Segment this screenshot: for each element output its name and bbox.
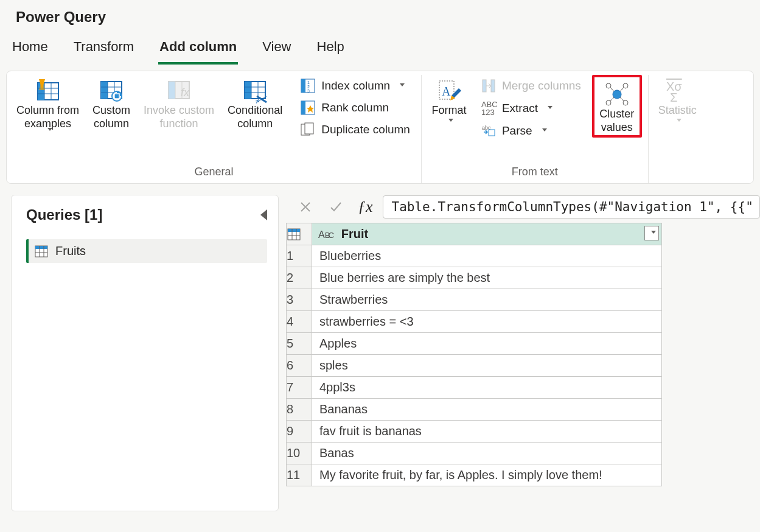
svg-rect-63	[288, 229, 300, 232]
row-number[interactable]: 6	[287, 355, 312, 377]
cell[interactable]: Blueberries	[312, 245, 662, 267]
column-from-examples-icon	[35, 77, 61, 104]
table-row[interactable]: 5Apples	[287, 333, 662, 355]
svg-text:fx: fx	[181, 86, 190, 99]
row-number[interactable]: 2	[287, 267, 312, 289]
row-number[interactable]: 4	[287, 311, 312, 333]
chevron-down-icon	[47, 128, 52, 131]
chevron-down-icon	[548, 106, 553, 109]
cell[interactable]: sples	[312, 355, 662, 377]
custom-column-button[interactable]: Custom column	[89, 75, 134, 130]
cell[interactable]: My favorite fruit, by far, is Apples. I …	[312, 464, 662, 486]
label: Custom column	[92, 104, 130, 130]
duplicate-column-button[interactable]: Duplicate column	[296, 119, 415, 141]
extract-button[interactable]: ABC123 Extract	[476, 97, 586, 120]
svg-rect-36	[301, 101, 305, 114]
table-row[interactable]: 8Bananas	[287, 399, 662, 421]
cluster-values-highlight: Cluster values	[592, 75, 642, 138]
tab-transform[interactable]: Transform	[72, 33, 135, 65]
row-number[interactable]: 3	[287, 289, 312, 311]
svg-point-51	[606, 83, 611, 88]
column-filter-button[interactable]	[644, 226, 659, 240]
index-column-icon: 1 2 3	[301, 79, 315, 93]
svg-text:1: 1	[307, 80, 310, 85]
query-item-label: Fruits	[55, 244, 86, 258]
label: Invoke custom function	[144, 104, 214, 130]
cell[interactable]: Apples	[312, 333, 662, 355]
app-title: Power Query	[0, 0, 760, 33]
queries-pane: Queries [1] Fruits	[11, 195, 279, 511]
table-row[interactable]: 3Strawberries	[287, 289, 662, 311]
invoke-custom-function-icon: fx	[166, 77, 192, 104]
data-table: ABC Fruit 1Blueberries2Blue berries are …	[286, 223, 662, 486]
column-header-label: Fruit	[341, 227, 368, 240]
parse-button[interactable]: abc Parse	[476, 120, 586, 142]
cell[interactable]: Bananas	[312, 399, 662, 421]
row-number[interactable]: 11	[287, 464, 312, 486]
cell[interactable]: fav fruit is bananas	[312, 421, 662, 443]
svg-text:Σ: Σ	[670, 91, 677, 104]
svg-rect-17	[169, 82, 175, 99]
format-button[interactable]: A Format	[428, 75, 470, 123]
chevron-down-icon	[542, 128, 547, 131]
table-row[interactable]: 74ppl3s	[287, 377, 662, 399]
chevron-down-icon	[448, 119, 453, 122]
format-icon: A	[436, 77, 462, 104]
table-corner-button[interactable]	[287, 223, 312, 245]
collapse-pane-button[interactable]	[260, 209, 267, 220]
merge-columns-icon	[481, 79, 496, 93]
table-row[interactable]: 2Blue berries are simply the best	[287, 267, 662, 289]
row-number[interactable]: 1	[287, 245, 312, 267]
tab-help[interactable]: Help	[316, 33, 346, 65]
rank-column-icon	[301, 100, 315, 115]
cancel-formula-button[interactable]	[293, 195, 318, 219]
label: Parse	[502, 124, 532, 138]
row-number[interactable]: 10	[287, 443, 312, 464]
label: Duplicate column	[321, 123, 410, 136]
svg-rect-43	[491, 80, 495, 92]
table-row[interactable]: 9fav fruit is bananas	[287, 421, 662, 443]
svg-rect-58	[35, 246, 47, 249]
row-number[interactable]: 5	[287, 333, 312, 355]
column-header-fruit[interactable]: ABC Fruit	[312, 223, 662, 245]
rank-column-button[interactable]: Rank column	[296, 97, 415, 119]
table-row[interactable]: 10Banas	[287, 443, 662, 464]
tab-view[interactable]: View	[261, 33, 292, 65]
label: Conditional column	[228, 104, 282, 130]
commit-formula-button[interactable]	[324, 195, 348, 219]
cell[interactable]: Blue berries are simply the best	[312, 267, 662, 289]
row-number[interactable]: 8	[287, 399, 312, 421]
cell[interactable]: 4ppl3s	[312, 377, 662, 399]
table-row[interactable]: 6sples	[287, 355, 662, 377]
parse-icon: abc	[481, 124, 496, 138]
statistics-icon: Xσ Σ	[664, 77, 691, 104]
svg-rect-45	[489, 130, 495, 136]
table-row[interactable]: 1Blueberries	[287, 245, 662, 267]
svg-text:≠: ≠	[256, 97, 260, 103]
statistics-button: Xσ Σ Statistic	[655, 75, 700, 123]
row-number[interactable]: 9	[287, 421, 312, 443]
label: Merge columns	[502, 79, 581, 93]
formula-input[interactable]: Table.TransformColumnTypes(#"Navigation …	[383, 195, 760, 219]
table-row[interactable]: 11My favorite fruit, by far, is Apples. …	[287, 464, 662, 486]
row-number[interactable]: 7	[287, 377, 312, 399]
svg-point-54	[623, 100, 628, 105]
label: Format	[431, 104, 466, 117]
conditional-column-button[interactable]: ≠ Conditional column	[224, 75, 286, 130]
svg-point-50	[613, 90, 621, 99]
tab-home[interactable]: Home	[11, 33, 49, 65]
index-column-button[interactable]: 1 2 3 Index column	[296, 75, 415, 97]
cluster-values-button[interactable]: Cluster values	[596, 79, 638, 134]
query-item-fruits[interactable]: Fruits	[26, 239, 267, 263]
invoke-custom-function-button: fx Invoke custom function	[140, 75, 218, 130]
tab-add-column[interactable]: Add column	[158, 33, 238, 65]
cell[interactable]: Banas	[312, 443, 662, 464]
table-row[interactable]: 4strawberries = <3	[287, 311, 662, 333]
column-from-examples-button[interactable]: Column from examples	[13, 75, 83, 132]
cell[interactable]: Strawberries	[312, 289, 662, 311]
svg-text:A: A	[442, 85, 451, 98]
ribbon-group-label-from-text: From text	[428, 166, 642, 183]
cell[interactable]: strawberries = <3	[312, 311, 662, 333]
cluster-values-icon	[604, 81, 630, 108]
table-icon	[35, 245, 48, 258]
